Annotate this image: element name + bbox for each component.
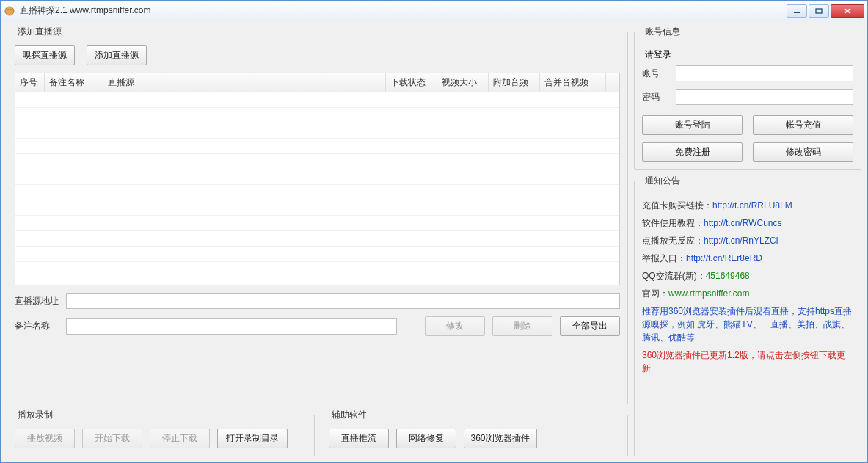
push-stream-button[interactable]: 直播推流: [329, 429, 389, 448]
site-link[interactable]: www.rtmpsniffer.com: [668, 288, 749, 299]
col-merge[interactable]: 合并音视频: [540, 73, 606, 92]
table-header: 序号 备注名称 直播源 下载状态 视频大小 附加音频 合并音视频: [15, 73, 619, 92]
notice-noresp: 点播放无反应：http://t.cn/RnYLZCi: [642, 234, 853, 247]
minimize-button[interactable]: [787, 4, 807, 18]
add-source-buttons: 嗅探直播源 添加直播源: [15, 45, 620, 65]
table-row[interactable]: [15, 108, 619, 123]
svg-point-2: [10, 9, 12, 10]
add-source-group: 添加直播源 嗅探直播源 添加直播源 序号 备注名称 直播源 下载状态 视频大小 …: [7, 26, 628, 404]
svg-point-1: [7, 9, 9, 10]
col-source[interactable]: 直播源: [103, 73, 386, 92]
table-row[interactable]: [15, 200, 619, 216]
col-remark[interactable]: 备注名称: [45, 73, 103, 92]
table-row[interactable]: [15, 216, 619, 231]
user-label: 账号: [642, 68, 668, 80]
maximize-button[interactable]: [809, 4, 829, 18]
sniff-source-button[interactable]: 嗅探直播源: [15, 45, 75, 65]
notice-buy: 充值卡购买链接：http://t.cn/RRLU8LM: [642, 199, 853, 212]
left-column: 添加直播源 嗅探直播源 添加直播源 序号 备注名称 直播源 下载状态 视频大小 …: [7, 26, 628, 456]
report-link[interactable]: http://t.cn/REr8eRD: [686, 253, 762, 263]
source-table[interactable]: 序号 备注名称 直播源 下载状态 视频大小 附加音频 合并音视频: [15, 73, 620, 285]
table-row[interactable]: [15, 262, 619, 277]
aux-buttons: 直播推流 网络修复 360浏览器插件: [329, 429, 621, 448]
playback-group: 播放录制 播放视频 开始下载 停止下载 打开录制目录: [7, 409, 315, 456]
notice-qq: QQ交流群(新)：451649468: [642, 269, 853, 282]
col-spacer: [606, 73, 619, 92]
remark-input[interactable]: [66, 318, 397, 335]
col-size[interactable]: 视频大小: [437, 73, 489, 92]
table-row[interactable]: [15, 185, 619, 200]
table-row[interactable]: [15, 154, 619, 169]
titlebar[interactable]: 直播神探2.1 www.rtmpsniffer.com: [1, 1, 867, 21]
account-pass-row: 密码: [642, 89, 853, 105]
register-button[interactable]: 免费注册: [642, 142, 743, 162]
source-address-label: 直播源地址: [15, 295, 59, 307]
account-group: 账号信息 请登录 账号 密码 账号登陆 帐号充值 免费注册 修改密码: [634, 26, 861, 170]
username-input[interactable]: [676, 65, 853, 81]
aux-legend: 辅助软件: [329, 409, 370, 421]
svg-point-0: [5, 7, 14, 15]
recharge-button[interactable]: 帐号充值: [753, 115, 853, 135]
window-controls: [785, 4, 864, 18]
open-record-dir-button[interactable]: 打开录制目录: [217, 429, 288, 448]
account-user-row: 账号: [642, 65, 853, 81]
browser-plugin-button[interactable]: 360浏览器插件: [464, 429, 537, 448]
bottom-row: 播放录制 播放视频 开始下载 停止下载 打开录制目录 辅助软件 直播推流 网络修…: [7, 409, 628, 456]
notice-recommend: 推荐用360浏览器安装插件后观看直播，支持https直播源嗅探，例如 虎牙、熊猫…: [642, 305, 853, 344]
notice-site: 官网：www.rtmpsniffer.com: [642, 287, 853, 300]
add-source-legend: 添加直播源: [15, 26, 65, 38]
content-area: 添加直播源 嗅探直播源 添加直播源 序号 备注名称 直播源 下载状态 视频大小 …: [1, 21, 867, 462]
qq-group: 451649468: [706, 271, 750, 281]
buy-link[interactable]: http://t.cn/RRLU8LM: [712, 200, 792, 211]
remark-label: 备注名称: [15, 320, 59, 332]
password-input[interactable]: [676, 89, 853, 105]
window-title: 直播神探2.1 www.rtmpsniffer.com: [20, 4, 785, 17]
col-dlstatus[interactable]: 下载状态: [386, 73, 437, 92]
playback-buttons: 播放视频 开始下载 停止下载 打开录制目录: [15, 429, 307, 448]
table-row[interactable]: [15, 139, 619, 154]
stop-download-button[interactable]: 停止下载: [150, 429, 210, 448]
aux-group: 辅助软件 直播推流 网络修复 360浏览器插件: [321, 409, 629, 456]
table-row[interactable]: [15, 247, 619, 262]
col-index[interactable]: 序号: [15, 73, 45, 92]
account-buttons: 账号登陆 帐号充值 免费注册 修改密码: [642, 115, 853, 162]
account-legend: 账号信息: [642, 26, 683, 38]
table-body: [15, 92, 619, 285]
app-window: 直播神探2.1 www.rtmpsniffer.com 添加直播源 嗅探直播源 …: [0, 0, 868, 463]
source-address-row: 直播源地址: [15, 293, 620, 309]
delete-button[interactable]: 删除: [492, 316, 552, 336]
source-address-input[interactable]: [66, 293, 620, 309]
tutorial-link[interactable]: http://t.cn/RWCuncs: [704, 218, 781, 228]
table-row[interactable]: [15, 169, 619, 185]
play-video-button[interactable]: 播放视频: [15, 429, 75, 448]
notice-tutorial: 软件使用教程：http://t.cn/RWCuncs: [642, 216, 853, 230]
net-fix-button[interactable]: 网络修复: [396, 429, 456, 448]
pass-label: 密码: [642, 91, 668, 103]
change-password-button[interactable]: 修改密码: [753, 142, 853, 162]
table-row[interactable]: [15, 123, 619, 139]
close-button[interactable]: [831, 4, 864, 18]
notice-group: 通知公告 充值卡购买链接：http://t.cn/RRLU8LM 软件使用教程：…: [634, 175, 861, 456]
table-row[interactable]: [15, 231, 619, 247]
notice-update: 360浏览器插件已更新1.2版，请点击左侧按钮下载更新: [642, 349, 853, 375]
add-source-button[interactable]: 添加直播源: [87, 45, 147, 65]
login-prompt: 请登录: [645, 48, 853, 61]
app-icon: [4, 5, 15, 17]
start-download-button[interactable]: 开始下载: [82, 429, 142, 448]
table-row[interactable]: [15, 92, 619, 108]
playback-legend: 播放录制: [15, 409, 56, 421]
svg-rect-4: [816, 9, 822, 13]
col-audio[interactable]: 附加音频: [489, 73, 540, 92]
notice-report: 举报入口：http://t.cn/REr8eRD: [642, 252, 853, 265]
notice-legend: 通知公告: [642, 175, 683, 187]
modify-button[interactable]: 修改: [425, 316, 485, 336]
remark-row: 备注名称 修改 删除 全部导出: [15, 316, 620, 336]
right-column: 账号信息 请登录 账号 密码 账号登陆 帐号充值 免费注册 修改密码: [634, 26, 861, 456]
login-button[interactable]: 账号登陆: [642, 115, 743, 135]
export-all-button[interactable]: 全部导出: [560, 316, 620, 336]
noresp-link[interactable]: http://t.cn/RnYLZCi: [704, 236, 778, 246]
